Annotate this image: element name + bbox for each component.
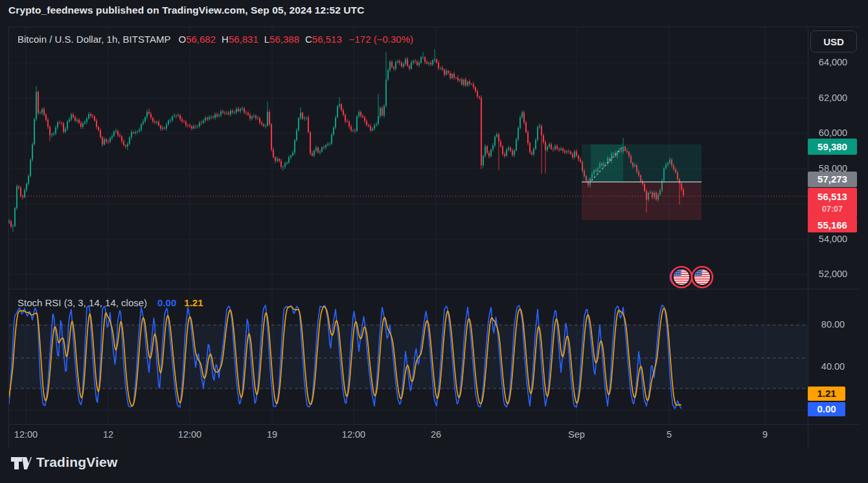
bar-countdown: 07:07 xyxy=(808,204,857,215)
price-tick: 58,000 xyxy=(808,163,858,174)
low-label: L xyxy=(264,34,269,45)
last-price-value: 56,513 xyxy=(808,189,857,204)
brand-name[interactable]: TradingView xyxy=(36,455,118,470)
stop-loss-price-label: 55,166 xyxy=(808,218,857,232)
high-value: 56,831 xyxy=(229,34,258,45)
long-position-tool[interactable] xyxy=(582,144,702,220)
price-tick: 60,000 xyxy=(808,128,858,138)
rsi-tick: 40.00 xyxy=(808,361,858,372)
price-tick: 54,000 xyxy=(808,234,858,244)
close-value: 56,513 xyxy=(312,34,342,45)
low-value: 56,388 xyxy=(269,34,299,45)
time-tick: 12 xyxy=(103,429,113,440)
tradingview-logo-icon[interactable] xyxy=(10,455,32,476)
change-value: −172 (−0.30%) xyxy=(349,34,413,45)
time-tick: Sep xyxy=(568,429,585,440)
chart-canvas[interactable] xyxy=(0,0,868,483)
time-tick: 19 xyxy=(267,429,277,440)
us-flag-event-icon[interactable] xyxy=(692,267,713,287)
symbol-legend: Bitcoin / U.S. Dollar, 1h, BITSTAMPO56,6… xyxy=(17,34,413,45)
time-tick: 12:00 xyxy=(342,429,365,440)
rsi-k-value: 0.00 xyxy=(157,297,176,308)
rsi-legend: Stoch RSI (3, 3, 14, 14, close)0.001.21 xyxy=(17,297,203,308)
rsi-title: Stoch RSI (3, 3, 14, 14, close) xyxy=(17,297,147,308)
last-price-label: 56,513 07:07 xyxy=(808,188,857,218)
time-tick: 12:00 xyxy=(178,429,201,440)
take-profit-price-label: 59,380 xyxy=(808,139,857,155)
open-value: 56,682 xyxy=(186,34,216,45)
open-label: O xyxy=(178,34,186,45)
time-tick: 12:00 xyxy=(14,429,38,440)
rsi-k-axis-label: 0.00 xyxy=(808,402,845,416)
close-label: C xyxy=(305,34,312,45)
price-tick: 52,000 xyxy=(808,269,858,279)
currency-toggle-button[interactable]: USD xyxy=(810,30,857,52)
price-tick: 64,000 xyxy=(808,57,858,67)
rsi-d-value: 1.21 xyxy=(184,297,203,308)
rsi-tick: 80.00 xyxy=(808,319,858,330)
price-tick: 62,000 xyxy=(808,93,858,103)
us-flag-event-icon[interactable] xyxy=(670,267,692,287)
entry-price-label: 57,273 xyxy=(808,172,857,187)
high-label: H xyxy=(222,34,229,45)
time-tick: 26 xyxy=(431,429,441,440)
footer: TradingView xyxy=(0,449,868,483)
time-tick: 5 xyxy=(667,429,672,440)
symbol-title: Bitcoin / U.S. Dollar, 1h, BITSTAMP xyxy=(17,34,170,45)
time-tick: 9 xyxy=(762,429,768,440)
rsi-d-axis-label: 1.21 xyxy=(808,387,845,401)
tradingview-snapshot: Crypto_feednews published on TradingView… xyxy=(0,0,868,483)
